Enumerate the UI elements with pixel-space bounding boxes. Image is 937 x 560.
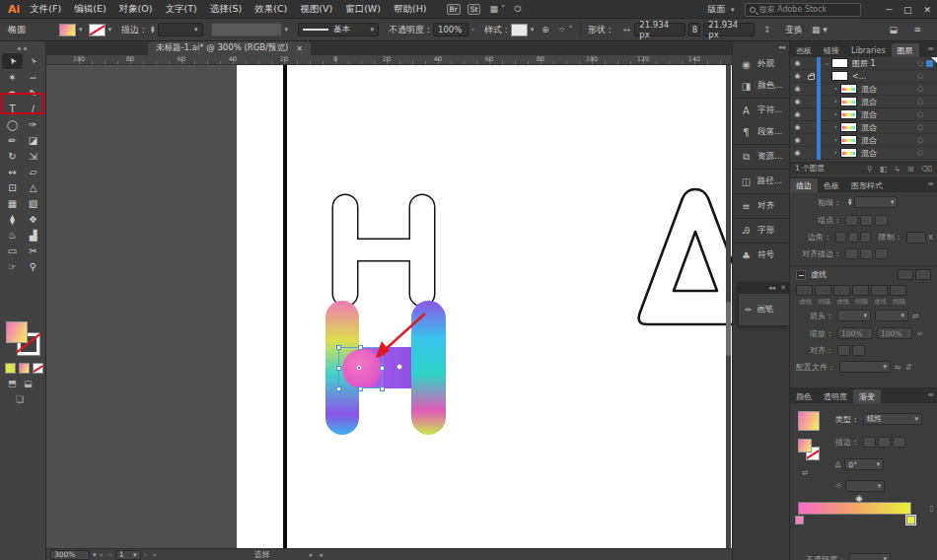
layer-row[interactable]: ◉ ›混合○ [790, 121, 937, 134]
gradient-tab-0[interactable]: 颜色 [790, 389, 818, 403]
scale-link-icon[interactable]: ∞ [916, 329, 923, 338]
sync-icon[interactable]: ⏻ [514, 4, 521, 15]
opacity-input[interactable]: 100% [433, 23, 468, 36]
gradient-fill-thumbnail[interactable] [798, 411, 820, 431]
menu-select[interactable]: 选择(S) [210, 3, 242, 16]
arrange-docs-icon[interactable]: ⬓ [889, 25, 898, 35]
tool-eraser[interactable]: ◪ [23, 132, 43, 148]
target-circle-icon[interactable]: ○ [917, 123, 923, 131]
shape-width-input[interactable]: 21.934 px [634, 23, 685, 36]
gradient-stop-end[interactable] [906, 516, 915, 525]
tool-free-transform[interactable]: ▱ [23, 164, 43, 179]
tool-shaper[interactable]: ✏ [2, 132, 23, 148]
dash-field-0[interactable] [796, 285, 813, 296]
stroke-swatch[interactable] [89, 24, 106, 36]
align-inside-button[interactable] [860, 248, 873, 259]
dock-tab-1[interactable]: 链接 [818, 43, 845, 57]
horizontal-ruler[interactable]: 10080604020020406080100120140 [46, 55, 732, 65]
toolbar-collapse-icon[interactable]: ▪▪ [0, 44, 46, 51]
gradient-stop-start[interactable] [795, 516, 804, 525]
dash-field-4[interactable] [871, 285, 888, 296]
tool-selection[interactable]: ➤ [2, 53, 23, 69]
target-circle-icon[interactable]: ○ [917, 98, 923, 105]
panel-button-character[interactable]: A字符... [733, 100, 790, 121]
reverse-gradient-icon[interactable]: ⇄ [802, 468, 809, 477]
panel-button-align[interactable]: ≡对齐 [733, 195, 790, 217]
expand-chevron-icon[interactable]: › [831, 85, 840, 93]
menu-view[interactable]: 视图(V) [300, 3, 332, 16]
last-artboard-icon[interactable]: » [152, 551, 156, 559]
dock-tab-menu-icon[interactable]: ≡ [927, 44, 934, 53]
flyout-close-icon[interactable]: ✕ [780, 284, 786, 292]
transform-icon[interactable]: ▦ ▾ [812, 25, 828, 35]
tool-ellipse[interactable]: ◯ [2, 116, 23, 132]
tool-rotate[interactable]: ↻ [2, 148, 23, 164]
gradient-opacity-select[interactable]: ▾ [849, 553, 891, 560]
tool-paintbrush[interactable]: ✑ [23, 116, 43, 132]
draw-behind-icon[interactable]: ⬓ [24, 379, 33, 388]
cap-round-button[interactable] [860, 215, 873, 226]
align-center-button[interactable] [845, 248, 858, 259]
flip-along-icon[interactable]: ⇋ [895, 363, 901, 372]
tool-width[interactable]: ↭ [2, 164, 23, 179]
document-tab[interactable]: 未标题-1.ai* @ 300% (RGB/预览) ✕ [148, 41, 311, 55]
bridge-badge[interactable]: Br [447, 4, 461, 15]
menu-edit[interactable]: 编辑(E) [74, 3, 106, 16]
dash-align-button[interactable] [915, 269, 931, 280]
dash-field-3[interactable] [852, 285, 869, 296]
layer-thumbnail[interactable] [840, 97, 857, 106]
menu-help[interactable]: 帮助(H) [394, 3, 427, 16]
dash-field-5[interactable] [890, 285, 906, 296]
gstroke-across-button[interactable] [893, 437, 905, 448]
link-dimensions-icon[interactable]: 8 [688, 23, 700, 36]
close-button[interactable]: ✕ [923, 5, 931, 15]
outline-letter-h[interactable] [331, 193, 436, 308]
gradient-tab-1[interactable]: 透明度 [818, 389, 853, 403]
tool-artboard[interactable]: ▭ [2, 243, 23, 258]
corner-bevel-button[interactable] [860, 232, 871, 243]
visibility-eye-icon[interactable]: ◉ [790, 72, 805, 80]
layer-name[interactable]: 图层 1 [852, 58, 876, 69]
visibility-eye-icon[interactable]: ◉ [790, 85, 805, 93]
shape-height-input[interactable]: 21.934 px [703, 23, 755, 36]
panel-button-glyphs[interactable]: Ꭿ字形 [733, 220, 790, 242]
layer-thumbnail[interactable] [840, 135, 857, 145]
tool-magic-wand[interactable]: ✶ [2, 69, 23, 85]
gradient-mini-fill[interactable] [798, 439, 812, 453]
style-caret-icon[interactable]: ▾ [531, 26, 535, 34]
gradient-slider[interactable]: ▯ [790, 502, 937, 531]
panel-button-symbols[interactable]: ♣符号 [733, 245, 790, 266]
visibility-eye-icon[interactable]: ◉ [790, 98, 805, 105]
target-circle-icon[interactable]: ○ [917, 85, 923, 93]
layer-name[interactable]: 混合 [861, 109, 877, 120]
layout-icon[interactable]: ▦ ˅ [489, 4, 505, 14]
layer-thumbnail[interactable] [840, 122, 857, 132]
arrow-align-end-button[interactable] [852, 345, 865, 356]
visibility-eye-icon[interactable]: ◉ [790, 149, 805, 157]
tool-shape-builder[interactable]: ⊡ [2, 179, 23, 195]
corner-miter-button[interactable] [835, 232, 846, 243]
tab-close-icon[interactable]: ✕ [296, 44, 303, 53]
tool-mesh[interactable]: ▦ [2, 195, 23, 211]
corner-round-button[interactable] [848, 232, 859, 243]
delete-stop-icon[interactable]: ▯ [930, 504, 934, 513]
menu-window[interactable]: 窗口(W) [345, 3, 381, 16]
lock-icon[interactable] [808, 75, 815, 80]
menu-file[interactable]: 文件(F) [30, 3, 61, 16]
opacity-caret-icon[interactable]: › [471, 26, 474, 34]
gradient-tab-2[interactable]: 渐变 [853, 389, 881, 403]
tool-gradient[interactable]: ▧ [23, 195, 43, 211]
selection-center-point[interactable] [357, 366, 361, 370]
tool-direct-selection[interactable]: ➢ [23, 53, 43, 69]
selection-handle[interactable] [336, 345, 341, 350]
selection-handle[interactable] [358, 386, 363, 391]
mask-icon[interactable]: ◧ [880, 165, 888, 174]
angle-select[interactable]: 0°▾ [844, 458, 884, 470]
artboard-nav-select[interactable]: 1▾ [115, 550, 141, 560]
workspace-switcher[interactable]: 版面 ▾ [707, 3, 734, 16]
dock-tab-2[interactable]: Libraries [845, 43, 892, 57]
layer-row[interactable]: ◉ ›混合○ [790, 96, 937, 108]
dash-preserve-button[interactable] [898, 269, 913, 280]
gradient-tab-menu-icon[interactable]: ≡ [927, 390, 934, 399]
expand-chevron-icon[interactable]: › [831, 98, 840, 105]
